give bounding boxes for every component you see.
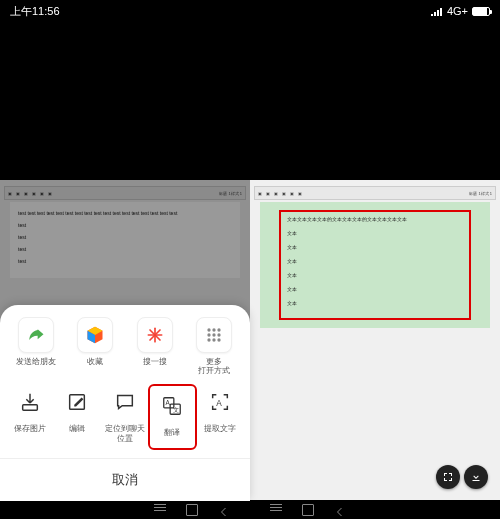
grid-dots-icon [196, 317, 232, 353]
action-label: 定位到聊天 位置 [105, 424, 145, 443]
doc-line: 文本 [287, 258, 464, 264]
float-controls [436, 465, 488, 489]
svg-text:文: 文 [173, 406, 179, 413]
action-label: 搜一搜 [143, 357, 167, 375]
status-bar: 上午11:56 4G+ [0, 0, 500, 22]
battery-icon [472, 7, 490, 16]
locate-chat-action[interactable]: 定位到聊天 位置 [101, 384, 148, 450]
action-label: 提取文字 [204, 424, 236, 442]
right-document: ▣▣▣▣▣▣ 标题 1样式 1 文本文本文本文本的文本文本文本的文本文本文本文本… [250, 180, 500, 500]
nav-recent-left[interactable] [154, 504, 166, 516]
right-doc-toolbar: ▣▣▣▣▣▣ 标题 1样式 1 [254, 186, 496, 200]
svg-point-4 [208, 328, 211, 331]
nav-home-left[interactable] [186, 504, 198, 516]
translate-result-highlight: 文本文本文本文本的文本文本文本的文本文本文本文本 文本 文本 文本 文本 文本 … [279, 210, 472, 320]
action-label: 编辑 [69, 424, 85, 442]
nav-back-left[interactable] [218, 504, 230, 516]
nav-back-right[interactable] [334, 504, 346, 516]
action-label: 翻译 [164, 428, 180, 446]
svg-point-7 [208, 333, 211, 336]
svg-text:A: A [166, 399, 171, 406]
favorite-action[interactable]: 收藏 [68, 317, 122, 376]
translate-az-icon: A文 [154, 388, 190, 424]
download-icon [470, 471, 482, 483]
status-right: 4G+ [431, 5, 490, 17]
status-time: 上午11:56 [10, 4, 60, 19]
share-arrow-icon [18, 317, 54, 353]
edit-square-icon [59, 384, 95, 420]
sheet-row-1: 发送给朋友 收藏 搜一搜 更多 打开方式 [0, 317, 250, 376]
doc-line: 文本 [287, 300, 464, 306]
nav-recent-right[interactable] [270, 504, 282, 516]
doc-line: 文本 [287, 272, 464, 278]
system-nav-bar [0, 501, 500, 519]
cancel-button[interactable]: 取消 [0, 458, 250, 501]
open-with-action[interactable]: 更多 打开方式 [187, 317, 241, 376]
save-image-action[interactable]: 保存图片 [6, 384, 53, 450]
svg-point-5 [213, 328, 216, 331]
svg-point-10 [208, 338, 211, 341]
right-pane[interactable]: ▣▣▣▣▣▣ 标题 1样式 1 文本文本文本文本的文本文本文本的文本文本文本文本… [250, 180, 500, 500]
svg-text:A: A [217, 399, 223, 408]
ocr-brackets-icon: A [202, 384, 238, 420]
expand-icon [442, 471, 454, 483]
action-label: 保存图片 [14, 424, 46, 442]
scan-action[interactable]: 搜一搜 [128, 317, 182, 376]
action-sheet: 发送给朋友 收藏 搜一搜 更多 打开方式 保存图片 [0, 305, 250, 501]
cube-color-icon [77, 317, 113, 353]
edit-action[interactable]: 编辑 [53, 384, 100, 450]
svg-point-6 [218, 328, 221, 331]
translate-action[interactable]: A文 翻译 [148, 384, 196, 450]
network-label: 4G+ [447, 5, 468, 17]
nav-home-right[interactable] [302, 504, 314, 516]
svg-point-12 [218, 338, 221, 341]
svg-point-8 [213, 333, 216, 336]
doc-line: 文本 [287, 230, 464, 236]
expand-pill[interactable] [436, 465, 460, 489]
chat-bubble-icon [107, 384, 143, 420]
svg-point-9 [218, 333, 221, 336]
action-label: 收藏 [87, 357, 103, 375]
action-label: 更多 打开方式 [198, 357, 230, 376]
asterisk-red-icon [137, 317, 173, 353]
svg-rect-13 [22, 405, 37, 411]
doc-line: 文本 [287, 286, 464, 292]
share-forward-action[interactable]: 发送给朋友 [9, 317, 63, 376]
download-pill[interactable] [464, 465, 488, 489]
signal-icon [431, 6, 443, 16]
sheet-row-2: 保存图片 编辑 定位到聊天 位置 A文 翻译 A 提取文字 [0, 384, 250, 450]
right-doc-page: 文本文本文本文本的文本文本文本的文本文本文本文本 文本 文本 文本 文本 文本 … [260, 202, 490, 328]
svg-point-11 [213, 338, 216, 341]
doc-line: 文本 [287, 244, 464, 250]
extract-text-action[interactable]: A 提取文字 [197, 384, 244, 450]
doc-line: 文本文本文本文本的文本文本文本的文本文本文本文本 [287, 216, 464, 222]
action-label: 发送给朋友 [16, 357, 56, 375]
download-tray-icon [12, 384, 48, 420]
